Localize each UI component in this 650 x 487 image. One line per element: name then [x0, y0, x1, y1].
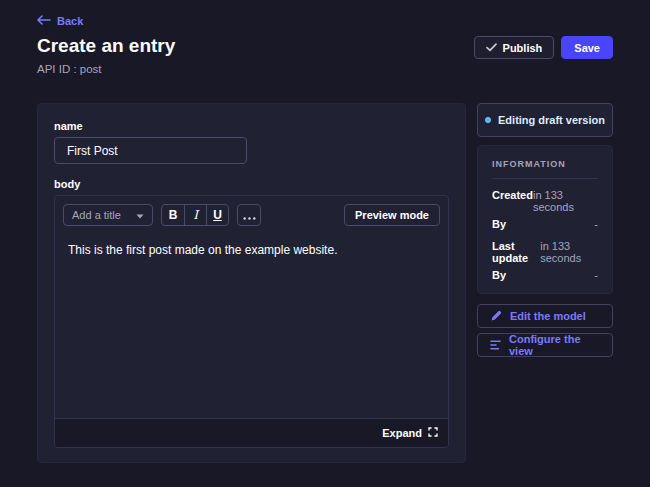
expand-icon: [428, 427, 438, 439]
information-title: INFORMATION: [492, 159, 598, 169]
pencil-icon: [490, 310, 502, 322]
save-label: Save: [574, 42, 600, 54]
information-panel: INFORMATION Created in 133 seconds By - …: [477, 145, 613, 294]
ellipsis-icon: [243, 208, 256, 223]
info-label: By: [492, 218, 506, 230]
underline-button[interactable]: U: [206, 205, 228, 225]
more-options-button[interactable]: [237, 204, 261, 226]
info-label: Last update: [492, 240, 540, 264]
name-input[interactable]: [54, 137, 247, 164]
info-row-last-update: Last update in 133 seconds: [492, 240, 598, 264]
italic-button[interactable]: I: [184, 205, 206, 225]
chevron-down-icon: [136, 209, 144, 221]
configure-view-label: Configure the view: [509, 333, 600, 357]
page-title: Create an entry: [37, 35, 175, 57]
info-value: in 133 seconds: [533, 189, 598, 213]
body-field-label: body: [54, 178, 449, 190]
body-editor: Add a title B I U Preview mode: [54, 195, 449, 448]
info-row-created-by: By -: [492, 218, 598, 230]
info-value: in 133 seconds: [540, 240, 598, 264]
preview-mode-button[interactable]: Preview mode: [344, 204, 440, 226]
draft-status-label: Editing draft version: [498, 114, 605, 126]
check-icon: [486, 43, 497, 52]
info-label: Created: [492, 189, 533, 201]
expand-button[interactable]: Expand: [382, 427, 438, 439]
draft-dot-icon: [485, 117, 491, 123]
expand-label: Expand: [382, 427, 422, 439]
back-arrow-icon: [37, 15, 51, 27]
create-entry-page: Back Create an entry API ID : post Publi…: [0, 0, 650, 487]
layout-lines-icon: [490, 340, 501, 350]
save-button[interactable]: Save: [561, 36, 613, 59]
body-textarea[interactable]: This is the first post made on the examp…: [55, 232, 448, 418]
information-divider: [492, 178, 598, 179]
entry-sidebar: Editing draft version INFORMATION Create…: [477, 103, 613, 357]
info-row-created: Created in 133 seconds: [492, 189, 598, 213]
draft-status-box: Editing draft version: [477, 103, 613, 137]
api-id-subtitle: API ID : post: [37, 63, 102, 75]
bold-button[interactable]: B: [162, 205, 184, 225]
format-button-group: B I U: [161, 204, 229, 226]
configure-view-button[interactable]: Configure the view: [477, 333, 613, 357]
back-link[interactable]: Back: [37, 15, 83, 27]
publish-label: Publish: [503, 42, 543, 54]
updated-group: Last update in 133 seconds By -: [492, 240, 598, 281]
edit-model-button[interactable]: Edit the model: [477, 304, 613, 328]
title-select-value: Add a title: [72, 209, 121, 221]
info-label: By: [492, 269, 506, 281]
header-actions: Publish Save: [474, 36, 613, 59]
edit-model-label: Edit the model: [510, 310, 586, 322]
created-group: Created in 133 seconds By -: [492, 189, 598, 230]
info-value: -: [594, 218, 598, 230]
title-select[interactable]: Add a title: [63, 204, 153, 226]
name-field-label: name: [54, 120, 449, 132]
info-value: -: [594, 269, 598, 281]
entry-form-card: name body Add a title B I U: [37, 103, 466, 463]
publish-button[interactable]: Publish: [474, 36, 555, 59]
editor-toolbar: Add a title B I U Preview mode: [55, 196, 448, 232]
editor-footer: Expand: [55, 418, 448, 447]
info-row-updated-by: By -: [492, 269, 598, 281]
back-label: Back: [57, 15, 83, 27]
body-text: This is the first post made on the examp…: [68, 243, 435, 257]
